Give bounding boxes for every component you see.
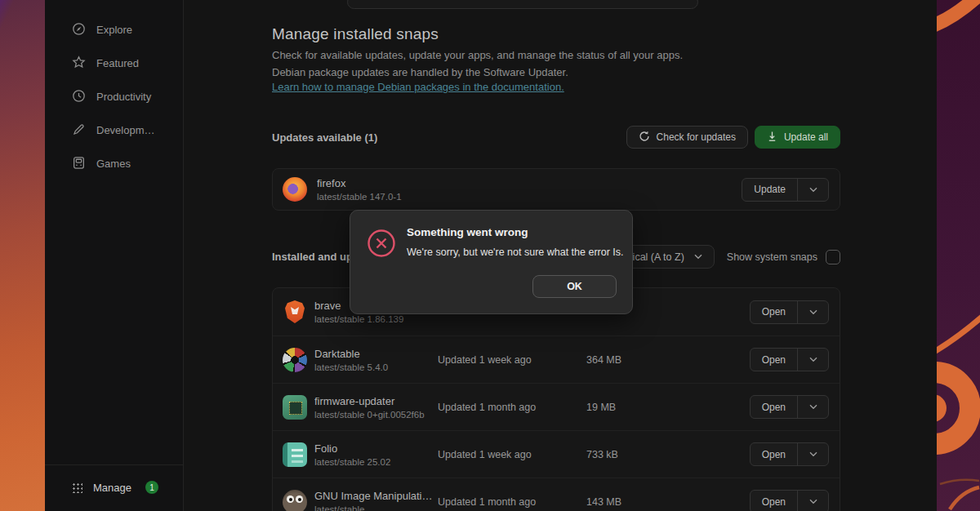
sidebar-item-label: Developm…: [96, 124, 155, 136]
chevron-down-icon: [809, 499, 817, 504]
check-for-updates-button[interactable]: Check for updates: [626, 126, 748, 149]
updates-heading: Updates available (1): [272, 131, 377, 144]
sidebar-item-label: Featured: [96, 57, 139, 69]
open-button[interactable]: Open: [751, 443, 797, 465]
check-for-updates-label: Check for updates: [657, 131, 736, 143]
snap-row-gimp: GNU Image Manipulati… latest/stable Upda…: [273, 478, 840, 511]
pencil-icon: [72, 122, 86, 139]
snap-row-firmware-updater: firmware-updater latest/stable 0+git.005…: [273, 383, 840, 430]
sidebar-item-featured[interactable]: Featured: [45, 47, 183, 80]
sidebar-item-label: Games: [96, 158, 131, 170]
snap-size: 733 kB: [586, 449, 750, 460]
open-button[interactable]: Open: [751, 301, 797, 323]
show-system-snaps-checkbox[interactable]: [826, 250, 840, 264]
brave-lion-icon: [283, 300, 307, 324]
compass-icon: [72, 22, 86, 38]
open-split-button: Open: [750, 395, 829, 419]
refresh-icon: [639, 131, 650, 144]
snap-channel: latest/stable 5.4.0: [314, 362, 438, 372]
update-all-label: Update all: [784, 131, 828, 143]
snap-channel: latest/stable 147.0-1: [317, 192, 742, 202]
snap-name: GNU Image Manipulati…: [314, 490, 438, 502]
dialog-message: We're sorry, but we're not sure what the…: [407, 247, 624, 258]
update-button[interactable]: Update: [742, 179, 797, 201]
update-row-firefox: firefox latest/stable 147.0-1 Update: [272, 168, 840, 211]
installed-list: brave latest/stable 1.86.139 Open: [272, 287, 840, 511]
open-options-button[interactable]: [797, 443, 828, 465]
star-icon: [72, 56, 86, 72]
clock-icon: [72, 89, 86, 105]
open-split-button: Open: [750, 348, 829, 371]
chevron-down-icon: [809, 451, 817, 457]
gimp-wilber-icon: [283, 490, 307, 511]
snap-updated: Updated 1 month ago: [438, 496, 586, 508]
update-all-button[interactable]: Update all: [755, 126, 840, 149]
open-split-button: Open: [750, 490, 829, 511]
snap-updated: Updated 1 week ago: [438, 449, 586, 460]
grid-dots-icon: [72, 482, 82, 493]
open-options-button[interactable]: [797, 491, 828, 511]
sidebar-item-explore[interactable]: Explore: [45, 13, 183, 47]
chevron-down-icon: [809, 404, 817, 410]
sidebar-item-productivity[interactable]: Productivity: [45, 80, 183, 113]
open-button[interactable]: Open: [751, 396, 797, 418]
sidebar-item-games[interactable]: Games: [45, 147, 183, 180]
error-circle-x-icon: [367, 229, 396, 261]
open-options-button[interactable]: [797, 301, 828, 323]
update-split-button: Update: [742, 178, 829, 202]
snap-channel: latest/stable 25.02: [314, 457, 438, 467]
snap-size: 143 MB: [586, 496, 750, 508]
debian-docs-link[interactable]: Learn how to manage Debian packages in t…: [272, 81, 564, 93]
page-title: Manage installed snaps: [272, 25, 840, 43]
debian-note: Debian package updates are handled by th…: [272, 66, 840, 78]
desktop-wallpaper-left: [0, 0, 45, 511]
sidebar-item-manage[interactable]: Manage 1: [45, 473, 183, 501]
sidebar: Explore Featured Productivity: [45, 0, 184, 511]
sidebar-item-label: Productivity: [96, 91, 151, 103]
gamepad-icon: [72, 156, 86, 172]
chevron-down-icon: [809, 357, 817, 362]
screen: Explore Featured Productivity: [0, 0, 980, 511]
desktop-wallpaper-right: [937, 0, 980, 511]
snap-name: Folio: [314, 442, 438, 455]
open-button[interactable]: Open: [751, 349, 797, 371]
snap-size: 19 MB: [586, 402, 750, 413]
sidebar-item-label: Explore: [96, 24, 132, 36]
snap-channel: latest/stable: [314, 504, 438, 511]
sidebar-item-development[interactable]: Developm…: [45, 113, 183, 147]
open-button[interactable]: Open: [751, 491, 797, 511]
snap-updated: Updated 1 month ago: [438, 402, 586, 413]
firmware-chip-icon: [283, 395, 307, 420]
open-split-button: Open: [750, 442, 829, 466]
folio-notebook-icon: [283, 442, 307, 467]
chevron-down-icon: [809, 187, 817, 193]
show-system-snaps-label: Show system snaps: [727, 251, 817, 263]
sidebar-item-label: Manage: [93, 482, 131, 494]
darktable-pinwheel-icon: [283, 348, 307, 372]
wallpaper-swirl-art: [937, 0, 980, 511]
page-description: Check for available updates, update your…: [272, 48, 840, 63]
open-split-button: Open: [750, 300, 829, 324]
firefox-icon: [283, 177, 307, 202]
chevron-down-icon: [809, 309, 817, 315]
snap-name: firefox: [317, 177, 742, 189]
download-icon: [767, 131, 777, 144]
snap-name: firmware-updater: [314, 395, 438, 407]
ok-button[interactable]: OK: [532, 275, 617, 298]
snap-row-folio: Folio latest/stable 25.02 Updated 1 week…: [273, 430, 840, 478]
update-options-button[interactable]: [797, 179, 828, 201]
snap-channel: latest/stable 1.86.139: [314, 314, 438, 324]
snap-size: 364 MB: [586, 354, 750, 366]
snap-row-darktable: Darktable latest/stable 5.4.0 Updated 1 …: [273, 335, 840, 383]
open-options-button[interactable]: [797, 396, 828, 418]
chevron-down-icon: [694, 254, 702, 260]
snap-name: Darktable: [314, 348, 438, 360]
updates-count-badge: 1: [145, 481, 158, 494]
error-dialog: Something went wrong We're sorry, but we…: [350, 210, 633, 314]
snap-channel: latest/stable 0+git.0052f6b: [314, 410, 438, 420]
snap-updated: Updated 1 week ago: [438, 354, 586, 366]
dialog-title: Something went wrong: [407, 226, 528, 238]
sidebar-bottom: Manage 1: [45, 464, 183, 511]
open-options-button[interactable]: [797, 349, 828, 371]
